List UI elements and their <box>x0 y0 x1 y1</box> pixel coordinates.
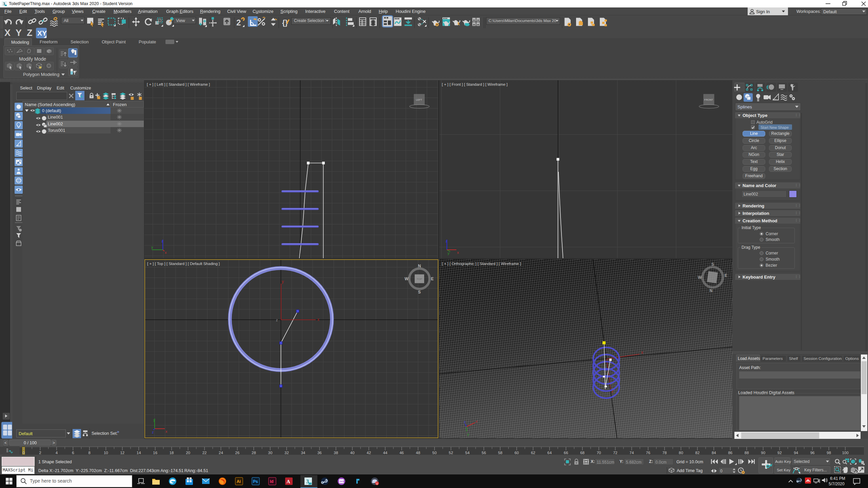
svg-text:W: W <box>698 275 702 280</box>
svg-text:y: y <box>467 432 469 436</box>
svg-text:x: x <box>317 317 319 322</box>
svg-text:68: 68 <box>580 451 585 455</box>
svg-text:62: 62 <box>531 451 535 455</box>
svg-text:30: 30 <box>268 451 273 455</box>
svg-text:26: 26 <box>235 451 240 455</box>
svg-text:90: 90 <box>761 451 765 455</box>
svg-text:14: 14 <box>137 451 141 455</box>
svg-text:E: E <box>725 273 727 278</box>
svg-text:y: y <box>153 418 155 422</box>
svg-text:z: z <box>446 239 448 243</box>
svg-text:54: 54 <box>465 451 470 455</box>
svg-text:46: 46 <box>399 451 404 455</box>
svg-text:z: z <box>464 420 466 424</box>
svg-text:98: 98 <box>827 451 831 455</box>
svg-text:94: 94 <box>794 451 798 455</box>
svg-text:28: 28 <box>252 451 256 455</box>
svg-text:50: 50 <box>432 451 437 455</box>
svg-text:56: 56 <box>482 451 486 455</box>
svg-text:80: 80 <box>679 451 683 455</box>
svg-text:76: 76 <box>646 451 650 455</box>
svg-text:x: x <box>457 250 459 255</box>
svg-text:100: 100 <box>842 451 848 455</box>
svg-text:12: 12 <box>120 451 124 455</box>
svg-text:86: 86 <box>728 451 732 455</box>
svg-text:Ai: Ai <box>237 479 241 484</box>
svg-text:3: 3 <box>376 482 378 485</box>
svg-text:z: z <box>152 430 154 434</box>
svg-text:z: z <box>276 318 278 322</box>
svg-text:40: 40 <box>350 451 355 455</box>
svg-text:92: 92 <box>777 451 782 455</box>
svg-text:6: 6 <box>72 451 74 455</box>
svg-text:S: S <box>711 262 714 267</box>
svg-text:4: 4 <box>56 451 58 455</box>
svg-text:32: 32 <box>284 451 289 455</box>
svg-text:3: 3 <box>306 479 309 484</box>
svg-text:74: 74 <box>630 451 634 455</box>
svg-text:16: 16 <box>153 451 157 455</box>
svg-text:52: 52 <box>449 451 453 455</box>
svg-text:x: x <box>165 250 167 255</box>
svg-text:E: E <box>431 277 434 281</box>
svg-text:x: x <box>641 350 643 355</box>
svg-text:22: 22 <box>202 451 207 455</box>
svg-text:z: z <box>161 239 163 243</box>
svg-text:82: 82 <box>695 451 700 455</box>
svg-text:88: 88 <box>745 451 749 455</box>
svg-text:A: A <box>287 479 290 484</box>
svg-text:LEFT: LEFT <box>416 98 422 101</box>
svg-text:60: 60 <box>514 451 519 455</box>
svg-text:y: y <box>282 279 284 284</box>
svg-text:y: y <box>448 251 450 255</box>
svg-text:38: 38 <box>334 451 338 455</box>
svg-text:70: 70 <box>597 451 601 455</box>
svg-text:2: 2 <box>236 18 241 27</box>
svg-text:36: 36 <box>317 451 322 455</box>
svg-text:84: 84 <box>712 451 716 455</box>
svg-text:34: 34 <box>301 451 305 455</box>
svg-text:2: 2 <box>39 451 41 455</box>
svg-text:S: S <box>418 290 421 294</box>
svg-text:58: 58 <box>498 451 502 455</box>
svg-text:18: 18 <box>170 451 174 455</box>
svg-text:N: N <box>710 288 713 293</box>
svg-text:44: 44 <box>383 451 388 455</box>
svg-text:W: W <box>405 277 409 281</box>
svg-text:Ps: Ps <box>253 479 258 484</box>
svg-text:GOG: GOG <box>340 480 346 483</box>
svg-text:20: 20 <box>186 451 190 455</box>
svg-text:78: 78 <box>663 451 667 455</box>
svg-text:Id: Id <box>270 479 274 484</box>
svg-text:8: 8 <box>88 451 91 455</box>
svg-text:TOP: TOP <box>417 278 422 281</box>
svg-text:48: 48 <box>416 451 420 455</box>
svg-text:x: x <box>476 419 478 423</box>
svg-text:24: 24 <box>219 451 223 455</box>
svg-text:x: x <box>165 429 167 433</box>
svg-text:64: 64 <box>547 451 552 455</box>
svg-text:66: 66 <box>564 451 568 455</box>
svg-text:FRONT: FRONT <box>704 98 713 101</box>
svg-text:72: 72 <box>613 451 617 455</box>
svg-text:N: N <box>418 264 421 268</box>
svg-text:y: y <box>151 245 153 249</box>
svg-text:96: 96 <box>810 451 815 455</box>
svg-text:10: 10 <box>104 451 108 455</box>
svg-text:0: 0 <box>23 451 25 455</box>
svg-text:42: 42 <box>367 451 371 455</box>
